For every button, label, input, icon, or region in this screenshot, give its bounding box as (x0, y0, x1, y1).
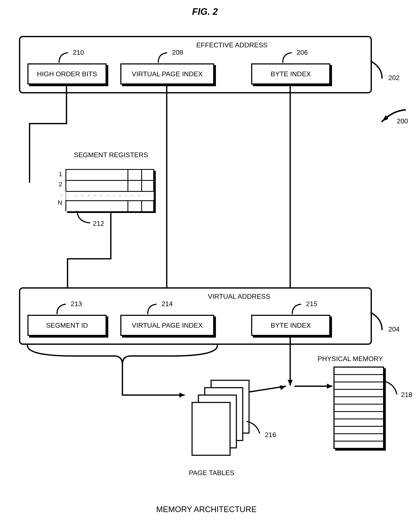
ref-204: 204 (388, 325, 400, 333)
seg-row-label: 1 (53, 171, 62, 178)
seg-row-label: . (53, 190, 62, 197)
field-ea-byte-label: BYTE INDEX (271, 70, 311, 78)
ref-202: 202 (388, 74, 400, 82)
field-segment-id-label: SEGMENT ID (46, 321, 88, 329)
physical-memory-block (333, 367, 384, 449)
segment-registers-table: ··········· (65, 169, 154, 211)
page-tables-title: PAGE TABLES (189, 469, 234, 477)
seg-row-label: N (53, 199, 62, 206)
ref-216: 216 (265, 431, 276, 439)
field-va-byte: BYTE INDEX (251, 315, 330, 336)
field-va-vpi-label: VIRTUAL PAGE INDEX (132, 321, 203, 329)
field-high-order-bits: HIGH ORDER BITS (27, 63, 107, 84)
physical-memory-title: PHYSICAL MEMORY (318, 355, 383, 363)
ref-214: 214 (162, 300, 173, 308)
ref-208: 208 (172, 49, 183, 56)
ref-200: 200 (397, 117, 408, 125)
page-tables-icon (186, 378, 253, 456)
connector-line-icon (165, 83, 169, 295)
ref-215: 215 (306, 300, 317, 308)
ref-206: 206 (296, 49, 308, 56)
diagram-root: FIG. 2 EFFECTIVE ADDRESS HIGH ORDER BITS… (0, 0, 420, 529)
field-ea-vpi-label: VIRTUAL PAGE INDEX (132, 70, 203, 78)
field-va-vpi: VIRTUAL PAGE INDEX (120, 315, 214, 336)
connector-arrow-icon (242, 336, 347, 399)
field-ea-byte: BYTE INDEX (251, 63, 330, 84)
seg-row-label: 2 (53, 181, 62, 188)
virtual-address-title: VIRTUAL ADDRESS (208, 293, 270, 300)
effective-address-title: EFFECTIVE ADDRESS (196, 41, 267, 49)
field-va-byte-label: BYTE INDEX (271, 321, 311, 329)
svg-marker-3 (179, 393, 185, 397)
field-high-order-bits-label: HIGH ORDER BITS (37, 70, 97, 78)
svg-rect-10 (192, 402, 230, 455)
svg-marker-6 (327, 384, 332, 389)
ref-213: 213 (71, 300, 82, 308)
connector-line-icon (288, 83, 292, 295)
segment-registers-title: SEGMENT REGISTERS (74, 151, 129, 159)
svg-marker-4 (288, 380, 293, 385)
segment-ellipsis-row: ··········· (65, 191, 154, 200)
diagram-title: MEMORY ARCHITECTURE (156, 505, 257, 514)
field-ea-vpi: VIRTUAL PAGE INDEX (120, 63, 214, 84)
field-segment-id: SEGMENT ID (27, 315, 107, 336)
connector-line-icon (65, 210, 129, 288)
ref-210: 210 (73, 49, 84, 56)
figure-label: FIG. 2 (192, 6, 218, 17)
ref-218: 218 (401, 391, 412, 399)
